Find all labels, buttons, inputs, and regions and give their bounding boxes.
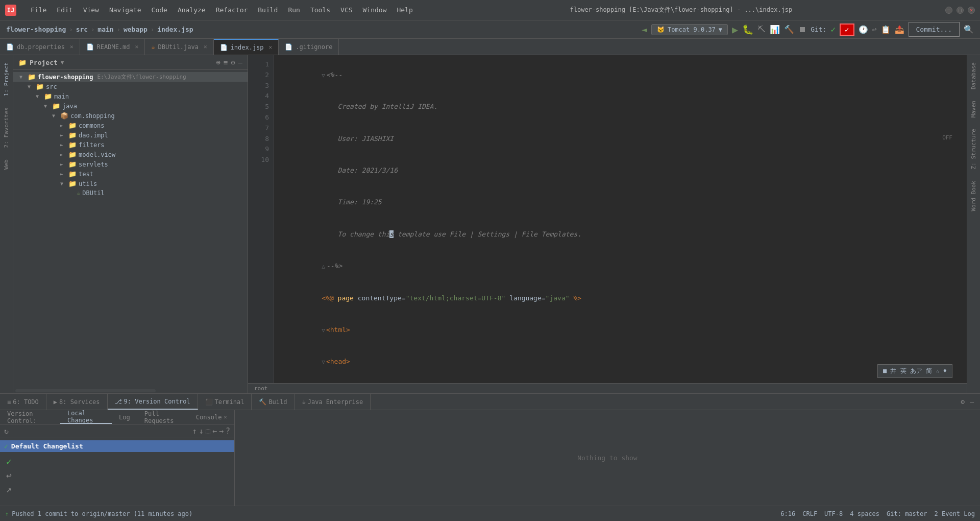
search-icon[interactable]: 🔍 (964, 25, 974, 34)
menu-run[interactable]: Run (284, 4, 304, 16)
git-history-icon[interactable]: 🕐 (859, 25, 868, 34)
commit-popup[interactable]: Commit... (909, 22, 960, 37)
coverage-button[interactable]: ⛏ (757, 25, 766, 34)
tree-item-servlets[interactable]: ► 📁 servlets (13, 159, 248, 169)
web-panel-icon[interactable]: Web (2, 157, 11, 172)
refresh-icon[interactable]: ↻ (4, 427, 9, 436)
profile-button[interactable]: 📊 (770, 25, 780, 34)
tab-dbutil[interactable]: ☕ DBUtil.java ✕ (145, 39, 213, 55)
tab-index-jsp[interactable]: 📄 index.jsp ✕ (214, 39, 279, 55)
fold-arrow-1[interactable]: ▽ (322, 72, 325, 79)
debug-button[interactable]: 🐛 (742, 24, 753, 35)
tree-item-src[interactable]: ▼ 📁 src (13, 82, 248, 91)
status-message[interactable]: Pushed 1 commit to origin/master (11 min… (12, 510, 192, 517)
code-editor[interactable]: 1 2 3 4 5 6 7 8 9 10 ▽<%-- Created by In… (248, 55, 967, 383)
project-panel-icon[interactable]: 1: Project (2, 60, 11, 98)
breadcrumb-file[interactable]: index.jsp (157, 26, 193, 33)
git-undo-icon[interactable]: ↩ (872, 25, 877, 34)
menu-edit[interactable]: Edit (53, 4, 77, 16)
fold-arrow-9[interactable]: ▽ (322, 327, 325, 334)
menu-vcs[interactable]: VCS (336, 4, 356, 16)
menu-window[interactable]: Window (359, 4, 391, 16)
fold-arrow-7[interactable]: △ (322, 263, 325, 270)
maven-panel-icon[interactable]: Maven (969, 99, 978, 120)
tree-item-utils[interactable]: ▼ 📁 utils (13, 179, 248, 188)
menu-analyze[interactable]: Analyze (174, 4, 210, 16)
menu-navigate[interactable]: Navigate (105, 4, 145, 16)
help-icon[interactable]: ? (226, 427, 230, 436)
event-log[interactable]: 2 Event Log (935, 510, 975, 517)
menu-tools[interactable]: Tools (306, 4, 334, 16)
menu-refactor[interactable]: Refactor (212, 4, 252, 16)
prev-diff-icon[interactable]: ↑ (192, 427, 197, 436)
tomcat-dropdown-icon[interactable]: ▼ (719, 26, 722, 33)
pull-requests-tab[interactable]: Pull Requests (137, 410, 189, 424)
tomcat-selector[interactable]: 🐱 Tomcat 9.0.37 ▼ (651, 24, 728, 35)
tree-item-dbutil[interactable]: ► ☕ DBUtil (13, 188, 248, 198)
local-changes-tab[interactable]: Local Changes (60, 410, 112, 424)
menu-help[interactable]: Help (393, 4, 417, 16)
indent[interactable]: 4 spaces (850, 510, 879, 517)
code-content[interactable]: ▽<%-- Created by IntelliJ IDEA. User: JI… (274, 55, 967, 383)
dropdown-icon[interactable]: ▼ (61, 59, 64, 66)
tree-item-commons[interactable]: ► 📁 commons (13, 121, 248, 130)
sidebar-scrollbar[interactable] (15, 389, 156, 392)
default-changelist-header[interactable]: ✓ Default Changelist (0, 440, 234, 452)
revert-icon[interactable]: ↩ (6, 470, 228, 481)
tab-close-index-jsp[interactable]: ✕ (269, 44, 273, 51)
menu-build[interactable]: Build (254, 4, 282, 16)
git-branch[interactable]: Git: master (887, 510, 927, 517)
locate-icon[interactable]: ⊕ (216, 58, 220, 66)
breadcrumb-webapp[interactable]: webapp (124, 26, 148, 33)
run-button[interactable]: ▶ (732, 23, 738, 36)
tab-terminal[interactable]: ⬛ Terminal (198, 394, 252, 410)
stop-button[interactable]: ⏹ (798, 25, 806, 34)
tree-item-model-view[interactable]: ► 📁 model.view (13, 150, 248, 159)
tab-gitignore[interactable]: 📄 .gitignore (279, 39, 339, 55)
tab-db-properties[interactable]: 📄 db.properties ✕ (0, 39, 80, 55)
breadcrumb-main[interactable]: main (97, 26, 113, 33)
tab-close-dbutil[interactable]: ✕ (204, 43, 207, 50)
breadcrumb-project[interactable]: flower-shopping (6, 26, 66, 33)
cursor-position[interactable]: 6:16 (780, 510, 795, 517)
tab-services[interactable]: ▶ 8: Services (46, 394, 108, 410)
tab-version-control[interactable]: ⎇ 9: Version Control (108, 394, 198, 410)
tree-item-project[interactable]: ▼ 📁 flower-shopping E:\Java文件\flower-sho… (13, 72, 248, 82)
tab-java-enterprise[interactable]: ☕ Java Enterprise (295, 394, 371, 410)
line-ending[interactable]: CRLF (802, 510, 817, 517)
charset[interactable]: UTF-8 (824, 510, 843, 517)
tree-item-java[interactable]: ▼ 📁 java (13, 101, 248, 111)
back-icon[interactable]: ← (212, 427, 217, 436)
settings-bottom-icon[interactable]: ⚙ (960, 397, 966, 407)
minimize-button[interactable]: ─ (945, 7, 952, 14)
move-icon[interactable]: ↗ (6, 484, 228, 494)
share-icon[interactable]: 📤 (895, 25, 904, 34)
structure-panel-icon[interactable]: Z: Structure (969, 127, 978, 171)
settings-icon[interactable]: ⚙ (231, 58, 235, 66)
vcs-button[interactable]: 📋 (881, 25, 891, 34)
log-tab[interactable]: Log (112, 410, 137, 424)
fold-arrow-10[interactable]: ▽ (322, 359, 325, 365)
next-diff-icon[interactable]: ↓ (199, 427, 204, 436)
menu-view[interactable]: View (79, 4, 103, 16)
console-close-icon[interactable]: ✕ (224, 414, 227, 420)
database-panel-icon[interactable]: Database (969, 60, 978, 91)
tab-close-db-properties[interactable]: ✕ (70, 43, 74, 50)
tab-todo[interactable]: ≡ 6: TODO (0, 394, 46, 410)
git-check-icon[interactable]: ✓ (830, 25, 836, 34)
collapse-icon[interactable]: ≡ (224, 58, 228, 66)
tab-close-readme[interactable]: ✕ (135, 43, 139, 50)
menu-code[interactable]: Code (148, 4, 172, 16)
tab-build[interactable]: 🔨 Build (252, 394, 295, 410)
close-sidebar-icon[interactable]: — (238, 58, 242, 66)
navigate-back-icon[interactable]: ◄ (642, 24, 647, 35)
tree-item-main[interactable]: ▼ 📁 main (13, 91, 248, 101)
maximize-button[interactable]: □ (957, 7, 964, 14)
tab-readme[interactable]: 📄 README.md ✕ (80, 39, 145, 55)
favorites-panel-icon[interactable]: 2: Favorites (2, 105, 11, 150)
expand-icon[interactable]: ⬚ (206, 427, 210, 436)
tree-item-dao-impl[interactable]: ► 📁 dao.impl (13, 130, 248, 140)
git-commit-button[interactable]: ✓ (840, 23, 854, 36)
tree-item-com-shopping[interactable]: ▼ 📦 com.shopping (13, 111, 248, 121)
wordbook-panel-icon[interactable]: Word Book (969, 179, 978, 214)
